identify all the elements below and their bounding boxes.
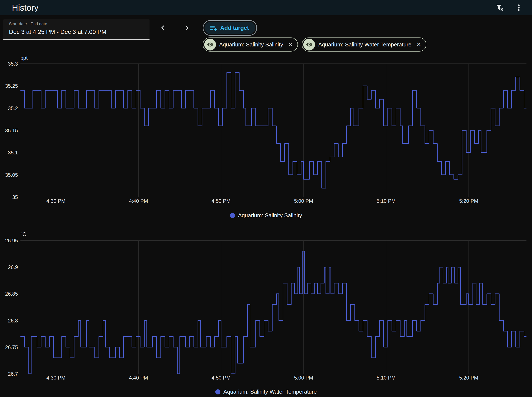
chevron-right-icon (183, 24, 191, 32)
legend-dot (215, 389, 220, 394)
next-period-button[interactable] (179, 21, 194, 35)
target-chips: Aquarium: Salinity Salinity ✕ Aquarium: … (203, 37, 426, 51)
legend-item-salinity[interactable]: Aquarium: Salinity Salinity (0, 212, 532, 219)
y-axis-unit-label: ppt (20, 55, 27, 61)
svg-text:35.1: 35.1 (8, 150, 18, 155)
svg-text:26.75: 26.75 (5, 344, 18, 350)
svg-text:35: 35 (12, 194, 18, 200)
svg-text:4:50 PM: 4:50 PM (211, 375, 230, 381)
svg-text:4:40 PM: 4:40 PM (129, 375, 148, 381)
legend-label: Aquarium: Salinity Water Temperature (223, 389, 317, 395)
svg-text:5:20 PM: 5:20 PM (459, 198, 478, 204)
kebab-menu-icon (514, 3, 523, 12)
svg-text:5:00 PM: 5:00 PM (294, 375, 313, 381)
date-range-picker[interactable]: Start date - End date Dec 3 at 4:25 PM -… (3, 19, 149, 40)
legend-dot (230, 213, 235, 218)
legend-label: Aquarium: Salinity Salinity (238, 212, 302, 219)
svg-text:35.3: 35.3 (8, 61, 18, 67)
svg-text:35.05: 35.05 (5, 172, 18, 178)
date-range-label: Start date - End date (9, 22, 144, 26)
svg-text:26.95: 26.95 (5, 238, 18, 243)
previous-period-button[interactable] (156, 21, 170, 35)
salinity-history-chart[interactable]: 4:30 PM4:40 PM4:50 PM5:00 PM5:10 PM5:20 … (0, 61, 532, 205)
svg-text:35.25: 35.25 (5, 83, 18, 89)
add-target-label: Add target (220, 25, 249, 31)
filter-remove-icon[interactable] (493, 1, 507, 14)
svg-text:4:30 PM: 4:30 PM (46, 375, 65, 381)
page-title: History (12, 3, 38, 12)
svg-text:4:30 PM: 4:30 PM (46, 198, 65, 204)
visibility-toggle[interactable] (204, 39, 216, 50)
playlist-plus-icon (210, 24, 217, 32)
close-icon[interactable]: ✕ (416, 42, 421, 48)
date-range-value: Dec 3 at 4:25 PM - Dec 3 at 7:00 PM (9, 29, 144, 35)
svg-text:5:00 PM: 5:00 PM (294, 198, 313, 204)
filter-remove-icon (495, 3, 504, 12)
svg-text:4:50 PM: 4:50 PM (211, 198, 230, 204)
target-chip-salinity[interactable]: Aquarium: Salinity Salinity ✕ (203, 37, 298, 51)
svg-text:26.7: 26.7 (8, 371, 18, 377)
header-actions (493, 1, 526, 14)
svg-text:26.85: 26.85 (5, 291, 18, 297)
chip-label: Aquarium: Salinity Water Temperature (318, 41, 411, 48)
svg-text:35.2: 35.2 (8, 105, 18, 111)
y-axis-unit-label: °C (20, 231, 26, 237)
add-target-focus-ring: Add target (203, 20, 257, 36)
chevron-left-icon (159, 24, 167, 32)
svg-text:5:20 PM: 5:20 PM (459, 375, 478, 381)
legend-item-water-temperature[interactable]: Aquarium: Salinity Water Temperature (0, 389, 532, 395)
svg-text:4:40 PM: 4:40 PM (129, 198, 148, 204)
svg-text:26.8: 26.8 (8, 318, 18, 323)
kebab-menu-icon[interactable] (512, 1, 526, 14)
svg-text:5:10 PM: 5:10 PM (377, 375, 396, 381)
svg-text:26.9: 26.9 (8, 264, 18, 270)
eye-icon (207, 41, 214, 48)
svg-text:35.15: 35.15 (5, 128, 18, 133)
chip-label: Aquarium: Salinity Salinity (219, 41, 283, 48)
svg-text:5:10 PM: 5:10 PM (377, 198, 396, 204)
water-temperature-history-chart[interactable]: 4:30 PM4:40 PM4:50 PM5:00 PM5:10 PM5:20 … (0, 238, 532, 382)
add-target-button[interactable]: Add target (204, 22, 255, 34)
app-header: History (0, 0, 532, 15)
target-chip-water-temperature[interactable]: Aquarium: Salinity Water Temperature ✕ (302, 37, 426, 51)
visibility-toggle[interactable] (303, 39, 315, 50)
eye-icon (306, 41, 313, 48)
close-icon[interactable]: ✕ (288, 42, 293, 48)
